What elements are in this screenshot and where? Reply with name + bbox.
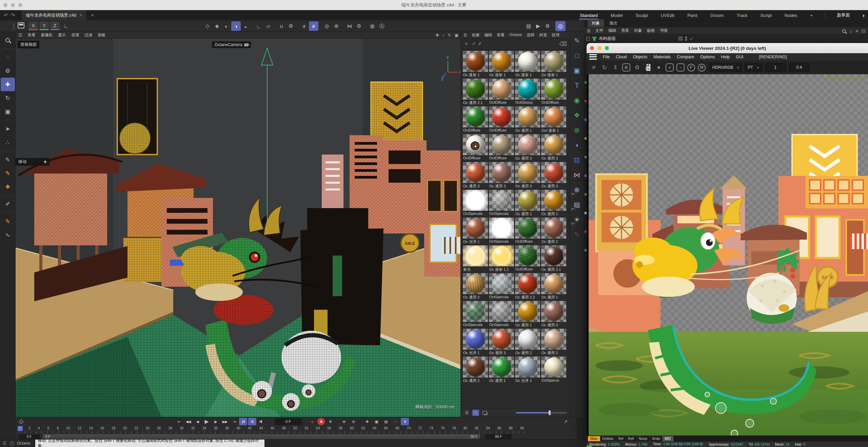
layer-view-icon[interactable] — [481, 410, 488, 416]
range-start-field[interactable]: 0 F — [18, 434, 40, 439]
samples-field[interactable]: 1 — [765, 63, 786, 72]
delete-material-icon[interactable]: ⌫ — [559, 41, 567, 47]
viewport-canvas[interactable]: SALE — [16, 39, 460, 417]
object-menu-标签[interactable]: 标签 — [647, 28, 655, 34]
render-pass-refr[interactable]: Refr — [626, 436, 637, 441]
goto-start-icon[interactable]: ⇤ — [175, 418, 183, 425]
lv-menu-options[interactable]: Options — [700, 55, 715, 59]
material-item[interactable]: Oc 通用 1 — [515, 106, 541, 133]
material-menu-查看[interactable]: 查看 — [497, 33, 505, 38]
material-item[interactable]: Oc 通用 3 — [515, 162, 541, 189]
object-menu-查看[interactable]: 查看 — [621, 28, 629, 34]
editor-visibility-dot[interactable] — [685, 37, 687, 38]
material-item[interactable]: Oc 光泽 1 — [463, 329, 489, 355]
record-position-icon[interactable]: ⊕ — [340, 418, 348, 425]
move-tool[interactable]: ✚ — [1, 78, 15, 91]
close-tab-icon[interactable]: × — [80, 13, 82, 18]
text-spline[interactable]: T — [570, 78, 584, 93]
brush-tool[interactable]: ✐ — [1, 197, 15, 211]
viewport-menu-显示[interactable]: 显示 — [58, 33, 66, 38]
add-render-region[interactable]: + — [666, 63, 674, 72]
search-tool[interactable] — [1, 33, 15, 47]
material-item[interactable]: OctSpecula — [489, 190, 515, 217]
render-picture-viewer-icon[interactable]: ▶ — [533, 21, 543, 31]
material-item[interactable]: Oc 光泽 1 — [463, 218, 489, 244]
material-item[interactable]: OctDiffuse — [463, 134, 489, 161]
material-item[interactable]: Oc 光泽 1 — [515, 357, 541, 383]
region-render[interactable]: R — [622, 63, 630, 72]
save-icon[interactable] — [18, 22, 24, 28]
subdivision-surface[interactable]: ◉ — [570, 93, 584, 108]
polygon-pen-tool[interactable]: ✎ — [1, 166, 15, 180]
lv-menu-materials[interactable]: Materials — [653, 55, 671, 59]
workspace-tab-groom[interactable]: Groom — [710, 11, 725, 20]
lv-menu-objects[interactable]: Objects — [633, 55, 647, 59]
viewport-menu-摄像机[interactable]: 摄像机 — [41, 33, 53, 38]
lv-menu-compare[interactable]: Compare — [677, 55, 694, 59]
material-item[interactable]: Oc 通用 3 — [541, 301, 567, 328]
material-item[interactable]: Oc 通用 1 — [541, 273, 567, 300]
light-object[interactable]: ☀ST — [570, 212, 584, 227]
octane-logo-icon[interactable]: ✳ — [589, 62, 599, 73]
new-tab-button[interactable]: + — [91, 12, 94, 18]
lock-resolution[interactable]: 勇爷 — [643, 62, 653, 73]
plane-primitive[interactable]: □ — [570, 48, 584, 63]
lv-menu-help[interactable]: Help — [721, 55, 730, 59]
material-item[interactable]: OctDiffuse — [515, 218, 541, 244]
material-item[interactable]: 黄光 — [463, 245, 489, 272]
enabled-check-icon[interactable]: ✓ — [690, 36, 693, 41]
dolly-view-icon[interactable]: ↕ — [442, 33, 445, 38]
theme-toggle-icon[interactable]: ◑ — [862, 13, 865, 18]
material-menu-icon[interactable]: ☰ — [463, 33, 467, 38]
object-menu-对象[interactable]: 对象 — [634, 28, 642, 34]
kernel-select[interactable]: PT▾ — [745, 63, 762, 72]
coordinate-system-icon[interactable]: ∟ — [61, 22, 71, 31]
popout-icon[interactable]: ⊡ — [862, 28, 865, 34]
material-item[interactable]: Oc 通用 1 — [515, 301, 541, 328]
material-item[interactable]: OctSpecula — [489, 273, 515, 300]
search-icon[interactable] — [842, 29, 846, 33]
assign-material-icon[interactable]: ↗ — [472, 41, 475, 46]
material-item[interactable]: Oc 通用 1 — [541, 190, 567, 217]
keying-settings-icon[interactable]: ⚙ — [326, 418, 334, 425]
viewport-menu-过滤[interactable]: 过滤 — [84, 33, 92, 38]
record-parameter-icon[interactable]: ▣ — [372, 418, 380, 425]
tweak-tool[interactable]: ⚙ — [1, 64, 15, 78]
exposure-field[interactable]: 0.4 — [789, 63, 809, 72]
record-rotation-icon[interactable]: ⊚ — [349, 418, 357, 425]
viewport-menu-选项[interactable]: 选项 — [71, 33, 79, 38]
snap-settings-icon[interactable]: ⚙ — [286, 21, 296, 31]
axis-lock-z[interactable]: Z — [50, 22, 60, 30]
bend-deformer[interactable]: ◖ — [570, 138, 584, 153]
picking-mode[interactable]: ● — [654, 62, 664, 73]
material-item[interactable]: Oc 通用 2 — [463, 357, 489, 383]
kernel-settings[interactable]: ⚙ — [632, 62, 642, 73]
status-menu-icon[interactable]: ☰ — [3, 441, 6, 446]
material-item[interactable]: Oc 通用 3 — [541, 134, 567, 161]
material-item[interactable]: Oc 通用 1 — [515, 190, 541, 217]
material-item[interactable]: Oc 通用 2 — [515, 329, 541, 355]
material-item[interactable]: OctSpecula — [489, 218, 515, 244]
material-menu-创建[interactable]: 创建 — [472, 33, 479, 38]
material-item[interactable]: Oc 通用 3 — [463, 162, 489, 189]
view-label[interactable]: 透视视图 — [18, 41, 39, 48]
object-menu-编辑[interactable]: 编辑 — [608, 28, 616, 34]
object-menu-icon[interactable]: ☰ — [587, 28, 591, 33]
transform-tool[interactable]: ➤ — [1, 122, 15, 136]
toggle-view-icon[interactable]: ▣ — [455, 33, 458, 38]
material-menu-选择[interactable]: 选择 — [527, 33, 534, 38]
mirror-settings-icon[interactable]: ⚙ — [354, 21, 364, 31]
record-pla-icon[interactable]: ▤ — [382, 418, 390, 425]
next-frame-icon[interactable]: ▶ — [212, 418, 220, 425]
object-row[interactable]: − 布料曲面 ✓ — [584, 35, 868, 43]
render-view[interactable]: 2000*3000 ZOOM:%40 — [587, 74, 868, 435]
render-pass-demain[interactable]: DeMain — [600, 436, 616, 441]
falloff-settings-icon[interactable]: ⊛ — [332, 21, 341, 31]
fcurve-icon[interactable]: ↗ — [561, 418, 570, 425]
mode-model-icon[interactable]: ◑ — [231, 21, 241, 31]
material-item[interactable]: Oc 通用 2 — [463, 273, 489, 300]
restart-render[interactable]: ↻ — [599, 62, 610, 73]
render-pass-mid[interactable]: MID — [663, 436, 673, 441]
cube-primitive[interactable]: ▣ — [570, 63, 584, 78]
material-item[interactable]: OctGlossy. — [515, 79, 541, 105]
